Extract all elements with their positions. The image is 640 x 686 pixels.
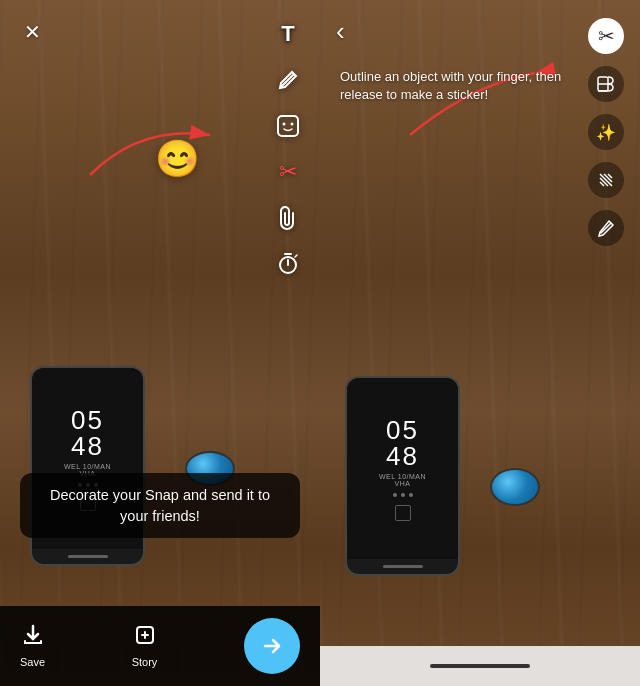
- svg-point-2: [291, 123, 294, 126]
- pencil-tool-button[interactable]: [588, 210, 624, 246]
- hatch-tool-button[interactable]: [588, 162, 624, 198]
- left-panel: ✕ T: [0, 0, 320, 686]
- svg-point-1: [283, 123, 286, 126]
- b-tool-button[interactable]: [588, 66, 624, 102]
- red-arrow-left: [60, 105, 220, 185]
- tooltip-bubble: Decorate your Snap and send it to your f…: [20, 473, 300, 538]
- close-button[interactable]: ✕: [16, 16, 48, 48]
- attach-tool-button[interactable]: [272, 202, 304, 234]
- story-label: Story: [132, 656, 158, 668]
- story-action[interactable]: Story: [132, 624, 158, 668]
- phone-date-right: WEL 10/MANVHA: [379, 473, 426, 487]
- right-tools-bar: T ✂: [272, 16, 304, 280]
- save-icon: [22, 624, 44, 652]
- phone-minutes-right: 48: [386, 443, 419, 469]
- scissors-tool-button[interactable]: ✂: [272, 156, 304, 188]
- phone-mockup-right: 05 48 WEL 10/MANVHA: [345, 376, 460, 576]
- sticker-tool-button[interactable]: [272, 110, 304, 142]
- timer-tool-button[interactable]: [272, 248, 304, 280]
- scissors-active-button[interactable]: ✂: [588, 18, 624, 54]
- scissors-active-icon: ✂: [598, 24, 615, 48]
- save-label: Save: [20, 656, 45, 668]
- send-to-button[interactable]: [244, 618, 300, 674]
- sparkle-tool-button[interactable]: ✨: [588, 114, 624, 150]
- svg-rect-0: [278, 116, 298, 136]
- save-action[interactable]: Save: [20, 624, 45, 668]
- phone-hours-right: 05: [386, 417, 419, 443]
- right-panel: ‹ ✂ ✨: [320, 0, 640, 686]
- draw-tool-button[interactable]: [272, 64, 304, 96]
- home-indicator-area: [320, 646, 640, 686]
- back-button[interactable]: ‹: [336, 16, 345, 47]
- phone-minutes-left: 48: [71, 433, 104, 459]
- home-indicator: [430, 664, 530, 668]
- text-tool-button[interactable]: T: [272, 18, 304, 50]
- instruction-text: Outline an object with your finger, then…: [340, 68, 580, 104]
- phone-hours-left: 05: [71, 407, 104, 433]
- right-panel-tools: ✂ ✨: [588, 16, 624, 246]
- story-icon: [134, 624, 156, 652]
- bottom-bar-left: Save Story: [0, 606, 320, 686]
- blue-cap-right: [490, 468, 540, 506]
